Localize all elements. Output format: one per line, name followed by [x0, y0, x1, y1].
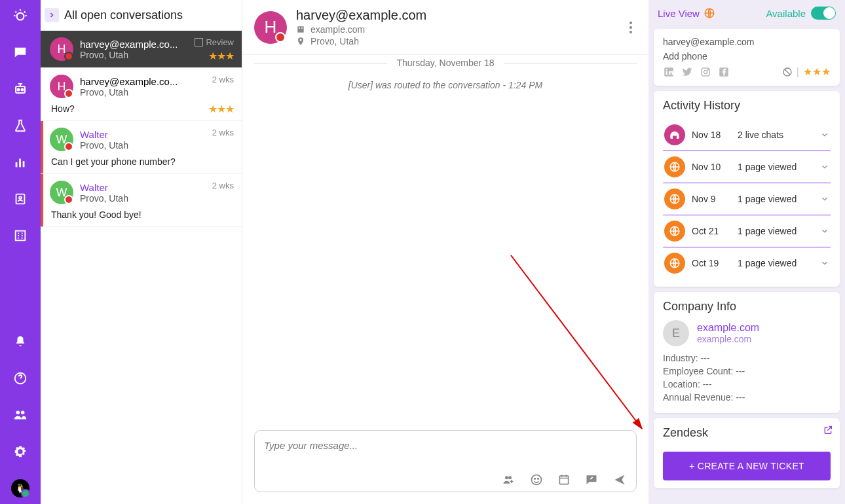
svg-point-12: [21, 411, 24, 415]
svg-rect-24: [559, 476, 568, 484]
calendar-icon[interactable]: [557, 473, 571, 486]
svg-rect-27: [666, 71, 667, 75]
zendesk-card: Zendesk + CREATE A NEW TICKET: [654, 418, 840, 488]
svg-rect-14: [299, 27, 300, 29]
activity-desc: 1 page viewed: [738, 194, 814, 204]
svg-point-19: [508, 476, 512, 479]
company-domain[interactable]: example.com: [697, 334, 759, 344]
message-input[interactable]: [264, 440, 627, 451]
convo-preview: Can I get your phone number?: [51, 156, 234, 167]
globe-icon: [704, 7, 715, 19]
activity-row[interactable]: Nov 91 page viewed: [663, 183, 831, 215]
note-icon[interactable]: [585, 473, 598, 486]
live-view-button[interactable]: Live View: [658, 7, 715, 19]
emoji-icon[interactable]: [530, 473, 543, 486]
conversation-item[interactable]: WWalterProvo, Utah2 wksCan I get your ph…: [41, 121, 242, 174]
bell-icon[interactable]: [11, 333, 29, 351]
bot-icon[interactable]: [11, 80, 29, 98]
conversation-item[interactable]: Hharvey@example.co...Provo, Utah2 wksHow…: [41, 68, 242, 121]
convo-name: harvey@example.co...: [80, 76, 178, 87]
nav-rail: 🐧: [0, 0, 41, 504]
chevron-down-icon: [820, 194, 829, 204]
convo-rating: ★★★: [208, 50, 234, 62]
avatar: H: [50, 75, 73, 98]
chevron-down-icon: [820, 226, 829, 236]
contact-avatar: H: [254, 11, 287, 44]
convo-filter-title: All open conversations: [64, 9, 183, 22]
company-name[interactable]: example.com: [697, 322, 759, 334]
convo-location: Provo, Utah: [80, 87, 178, 98]
convo-name: Walter: [80, 129, 128, 140]
convo-time: 2 wks: [212, 181, 234, 190]
activity-desc: 1 page viewed: [738, 258, 814, 268]
convo-name: Walter: [80, 182, 128, 193]
globe-icon: [664, 253, 685, 274]
contact-location: Provo, Utah: [310, 36, 359, 46]
zendesk-title: Zendesk: [663, 426, 831, 440]
routed-message: [User] was routed to the conversation - …: [242, 80, 648, 90]
convo-list-header[interactable]: All open conversations: [41, 0, 242, 31]
send-icon[interactable]: [612, 473, 627, 486]
contact-info: harvey@example.com example.com Provo, Ut…: [296, 8, 426, 46]
contacts-icon[interactable]: [11, 190, 29, 208]
chat-menu-button[interactable]: [625, 17, 637, 38]
create-ticket-button[interactable]: + CREATE A NEW TICKET: [663, 452, 831, 480]
contact-domain: example.com: [310, 24, 365, 35]
activity-row[interactable]: Oct 211 page viewed: [663, 215, 831, 247]
svg-rect-5: [19, 159, 21, 168]
activity-date: Nov 10: [692, 162, 731, 172]
svg-point-20: [505, 476, 508, 479]
globe-icon: [664, 221, 685, 242]
building-icon[interactable]: [11, 226, 29, 245]
avatar: W: [50, 128, 73, 151]
block-icon[interactable]: [782, 67, 793, 77]
convo-preview: Thank you! Good bye!: [51, 209, 234, 220]
instagram-icon[interactable]: [700, 66, 711, 78]
svg-point-16: [629, 22, 632, 24]
conversation-list: All open conversations Hharvey@example.c…: [41, 0, 242, 504]
convo-time: 2 wks: [212, 128, 234, 137]
svg-point-28: [666, 69, 667, 70]
chevron-down-icon: [820, 259, 829, 268]
svg-rect-15: [301, 27, 303, 29]
add-people-icon[interactable]: [501, 473, 516, 486]
availability-toggle[interactable]: Available: [766, 7, 836, 20]
help-icon[interactable]: [11, 369, 29, 387]
globe-icon: [664, 156, 685, 177]
open-external-icon[interactable]: [823, 425, 833, 435]
svg-point-21: [532, 475, 542, 485]
linkedin-icon[interactable]: [663, 66, 675, 78]
convo-time: 2 wks: [212, 75, 234, 84]
right-panel-top: Live View Available: [654, 0, 840, 24]
team-icon[interactable]: [11, 406, 29, 424]
facebook-icon[interactable]: [718, 66, 730, 78]
current-user-avatar[interactable]: 🐧: [11, 479, 29, 497]
chat-header: H harvey@example.com example.com Provo, …: [242, 0, 648, 55]
svg-point-23: [538, 478, 539, 480]
activity-desc: 1 page viewed: [738, 162, 814, 172]
conversation-item[interactable]: WWalterProvo, Utah2 wksThank you! Good b…: [41, 174, 242, 227]
add-phone-button[interactable]: Add phone: [663, 51, 831, 62]
company-revenue: Annual Revenue: ---: [663, 392, 831, 403]
headset-icon: [664, 124, 685, 145]
activity-row[interactable]: Nov 101 page viewed: [663, 151, 831, 183]
location-icon: [296, 37, 305, 46]
convo-location: Provo, Utah: [80, 193, 128, 204]
activity-row[interactable]: Oct 191 page viewed: [663, 247, 831, 279]
messages-icon[interactable]: [11, 43, 29, 62]
rating-stars[interactable]: ★★★: [803, 65, 831, 78]
company-avatar: E: [663, 320, 689, 346]
analytics-icon[interactable]: [11, 153, 29, 171]
brand-icon[interactable]: [11, 7, 29, 25]
settings-icon[interactable]: [11, 442, 29, 461]
avatar: W: [50, 181, 73, 204]
flask-icon[interactable]: [11, 117, 29, 135]
message-composer[interactable]: [254, 430, 637, 492]
twitter-icon[interactable]: [681, 66, 693, 78]
avatar: H: [50, 37, 73, 61]
svg-point-18: [629, 31, 632, 33]
activity-row[interactable]: Nov 182 live chats: [663, 119, 831, 151]
svg-point-31: [707, 69, 709, 70]
conversation-item[interactable]: Hharvey@example.co...Provo, UtahReview★★…: [41, 31, 242, 68]
chevron-down-icon: [820, 162, 829, 171]
